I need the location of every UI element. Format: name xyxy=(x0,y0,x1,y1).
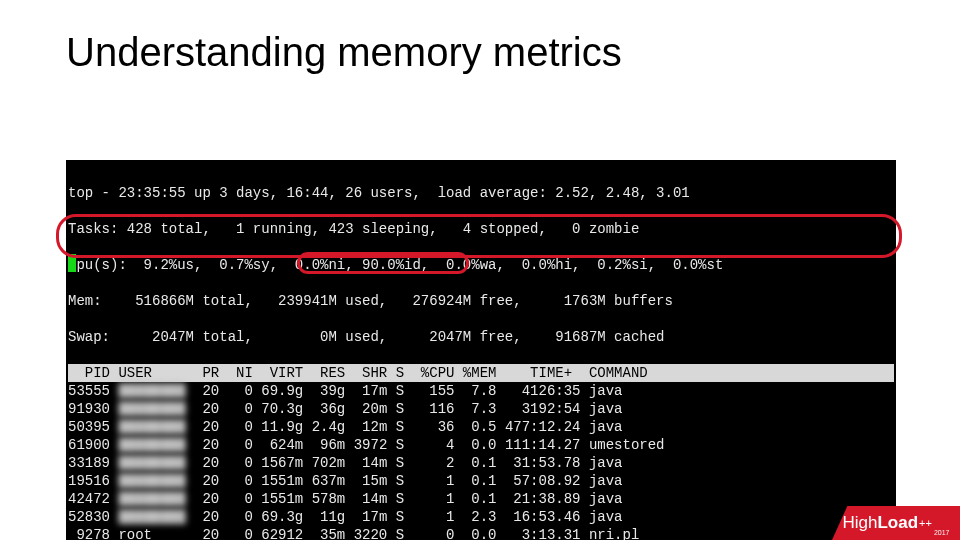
logo-plus: ++ xyxy=(919,517,932,529)
redacted-user: ████████ xyxy=(118,418,194,436)
process-row: 9278 root 20 0 62912 35m 3220 S 0 0.0 3:… xyxy=(68,526,894,540)
redacted-user: ████████ xyxy=(118,508,194,526)
top-output: top - 23:35:55 up 3 days, 16:44, 26 user… xyxy=(66,160,896,540)
process-row: 91930 ████████ 20 0 70.3g 36g 20m S 116 … xyxy=(68,400,894,418)
process-row: 19516 ████████ 20 0 1551m 637m 15m S 1 0… xyxy=(68,472,894,490)
logo-text-thin: High xyxy=(842,513,877,533)
top-summary-swap: Swap: 2047M total, 0M used, 2047M free, … xyxy=(68,328,894,346)
process-table-body: 53555 ████████ 20 0 69.9g 39g 17m S 155 … xyxy=(68,382,894,540)
process-row: 42472 ████████ 20 0 1551m 578m 14m S 1 0… xyxy=(68,490,894,508)
process-row: 33189 ████████ 20 0 1567m 702m 14m S 2 0… xyxy=(68,454,894,472)
process-row: 53555 ████████ 20 0 69.9g 39g 17m S 155 … xyxy=(68,382,894,400)
top-summary-cpu: Cpu(s): 9.2%us, 0.7%sy, 0.0%ni, 90.0%id,… xyxy=(68,256,894,274)
highload-logo: HighLoad++2017 xyxy=(832,506,960,540)
top-summary-line1: top - 23:35:55 up 3 days, 16:44, 26 user… xyxy=(68,184,894,202)
slide-title: Understanding memory metrics xyxy=(66,30,622,75)
redacted-user: ████████ xyxy=(118,400,194,418)
process-row: 52830 ████████ 20 0 69.3g 11g 17m S 1 2.… xyxy=(68,508,894,526)
terminal-screenshot: top - 23:35:55 up 3 days, 16:44, 26 user… xyxy=(66,160,896,540)
redacted-user: ████████ xyxy=(118,454,194,472)
redacted-user: ████████ xyxy=(118,490,194,508)
redacted-user: ████████ xyxy=(118,472,194,490)
logo-year: 2017 xyxy=(934,529,950,536)
redacted-user: ████████ xyxy=(118,436,194,454)
process-row: 61900 ████████ 20 0 624m 96m 3972 S 4 0.… xyxy=(68,436,894,454)
top-summary-tasks: Tasks: 428 total, 1 running, 423 sleepin… xyxy=(68,220,894,238)
logo-text-bold: Load xyxy=(877,513,918,533)
cursor-indicator xyxy=(68,254,76,272)
process-row: 50395 ████████ 20 0 11.9g 2.4g 12m S 36 … xyxy=(68,418,894,436)
process-table-header: PID USER PR NI VIRT RES SHR S %CPU %MEM … xyxy=(68,364,894,382)
top-summary-mem: Mem: 516866M total, 239941M used, 276924… xyxy=(68,292,894,310)
redacted-user: ████████ xyxy=(118,382,194,400)
